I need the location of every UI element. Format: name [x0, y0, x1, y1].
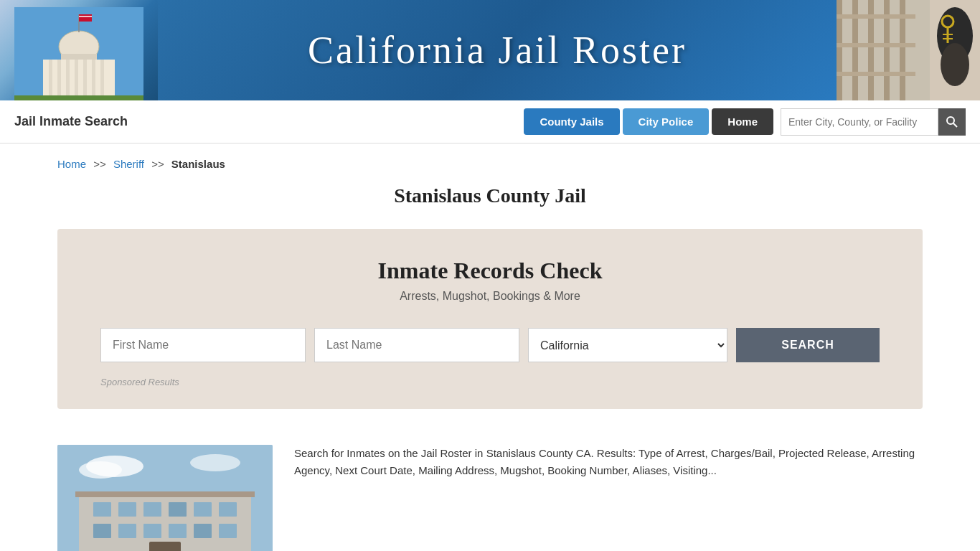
svg-rect-50 [194, 524, 212, 538]
svg-rect-52 [149, 542, 181, 551]
svg-rect-40 [93, 502, 111, 517]
svg-rect-44 [194, 502, 212, 517]
page-title: Stanislaus County Jail [57, 184, 923, 207]
svg-point-32 [947, 117, 954, 124]
svg-rect-43 [169, 502, 187, 517]
breadcrumb: Home >> Sheriff >> Stanislaus [57, 158, 923, 170]
svg-rect-9 [83, 60, 87, 95]
capitol-svg [14, 7, 143, 100]
building-image [57, 445, 273, 551]
svg-rect-6 [57, 60, 61, 95]
svg-rect-49 [169, 524, 187, 538]
main-content: Home >> Sheriff >> Stanislaus Stanislaus… [0, 143, 980, 551]
svg-point-37 [190, 454, 240, 471]
county-jails-button[interactable]: County Jails [524, 108, 619, 135]
nav-search-wrap [781, 108, 966, 136]
building-svg [57, 445, 273, 551]
svg-rect-3 [61, 54, 97, 60]
svg-rect-48 [143, 524, 161, 538]
home-button[interactable]: Home [712, 108, 773, 135]
records-title: Inmate Records Check [100, 258, 880, 284]
nav-buttons: County Jails City Police Home [524, 108, 773, 135]
svg-rect-39 [75, 491, 255, 497]
search-icon [946, 116, 958, 128]
svg-rect-41 [118, 502, 136, 517]
svg-point-27 [941, 43, 969, 86]
nav-brand: Jail Inmate Search [14, 114, 524, 129]
nav-bar: Jail Inmate Search County Jails City Pol… [0, 100, 980, 143]
jail-door-svg [837, 0, 980, 100]
records-form: AlabamaAlaskaArizonaArkansasCaliforniaCo… [100, 328, 880, 362]
header-banner: California Jail Roster [0, 0, 980, 100]
svg-rect-23 [837, 43, 915, 47]
svg-rect-2 [70, 47, 88, 54]
banner-right-image [837, 0, 980, 100]
description-text: Search for Inmates on the Jail Roster in… [294, 445, 923, 551]
svg-point-36 [79, 461, 122, 479]
records-search-button[interactable]: SEARCH [736, 328, 880, 362]
nav-search-button[interactable] [938, 108, 966, 136]
first-name-input[interactable] [100, 328, 306, 362]
sponsored-label: Sponsored Results [100, 377, 880, 387]
records-check-box: Inmate Records Check Arrests, Mugshot, B… [57, 229, 923, 409]
breadcrumb-sep1: >> [93, 158, 106, 170]
svg-rect-7 [66, 60, 70, 95]
breadcrumb-sheriff-link[interactable]: Sheriff [113, 158, 144, 170]
banner-left-image [0, 0, 158, 100]
svg-rect-45 [219, 502, 237, 517]
svg-rect-51 [219, 524, 237, 538]
svg-rect-46 [93, 524, 111, 538]
breadcrumb-sep2: >> [151, 158, 164, 170]
svg-rect-8 [75, 60, 78, 95]
svg-rect-11 [100, 60, 104, 95]
breadcrumb-home-link[interactable]: Home [57, 158, 86, 170]
banner-center: California Jail Roster [158, 0, 837, 100]
svg-rect-42 [143, 502, 161, 517]
city-police-button[interactable]: City Police [623, 108, 710, 135]
breadcrumb-current: Stanislaus [171, 158, 225, 170]
svg-rect-13 [79, 14, 92, 22]
svg-rect-10 [92, 60, 95, 95]
svg-rect-24 [837, 72, 915, 76]
svg-rect-47 [118, 524, 136, 538]
svg-rect-5 [49, 60, 52, 95]
last-name-input[interactable] [314, 328, 519, 362]
bottom-section: Search for Inmates on the Jail Roster in… [57, 430, 923, 551]
svg-rect-15 [14, 95, 143, 100]
nav-search-input[interactable] [781, 108, 938, 136]
state-select[interactable]: AlabamaAlaskaArizonaArkansasCaliforniaCo… [528, 328, 727, 362]
records-subtitle: Arrests, Mugshot, Bookings & More [100, 290, 880, 303]
svg-rect-22 [837, 14, 915, 19]
banner-title: California Jail Roster [308, 28, 687, 72]
svg-line-33 [953, 123, 957, 127]
